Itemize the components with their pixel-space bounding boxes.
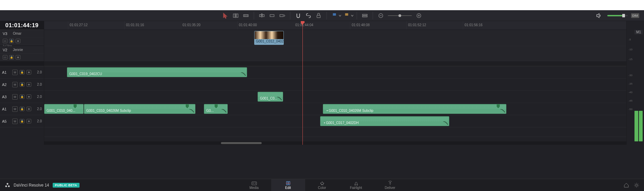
track-label: A2	[2, 83, 10, 87]
page-deliver[interactable]: Deliver	[373, 179, 407, 191]
meter-label: M1	[634, 30, 643, 34]
lock-icon[interactable]: 🔒	[9, 39, 14, 43]
timeline-area[interactable]: 01:01:27:12 01:01:31:16 01:01:35:20 01:0…	[44, 21, 626, 145]
mute-button[interactable]: M	[12, 106, 18, 112]
track-row-a5[interactable]: • G001_C017_0402DH	[44, 115, 626, 127]
home-icon[interactable]	[624, 183, 629, 188]
snap-toggle[interactable]	[293, 12, 303, 20]
mute-button[interactable]: M	[12, 94, 18, 100]
page-navigation: DaVinci Resolve 14 PUBLIC BETA Media Edi…	[0, 179, 644, 191]
zoom-out[interactable]	[376, 12, 386, 20]
selection-tool[interactable]	[220, 12, 230, 20]
track-label: A1	[2, 107, 10, 111]
svg-rect-11	[317, 15, 320, 18]
audio-clip[interactable]: • G001_C017_0402DH	[320, 116, 449, 126]
lock-icon[interactable]: 🔒	[20, 94, 24, 99]
zoom-slider[interactable]	[388, 15, 412, 16]
track-display-icon[interactable]: ▭	[3, 39, 7, 43]
blade-tool[interactable]	[241, 12, 251, 20]
audio-clip[interactable]: G0...	[204, 104, 228, 114]
marker-icon[interactable]	[497, 104, 500, 108]
track-row-a1[interactable]: G001_C019_0402CU	[44, 66, 626, 79]
scrollbar-horizontal[interactable]	[44, 141, 626, 145]
channel-value: 2.0	[37, 95, 42, 99]
lock-icon[interactable]: 🔒	[9, 55, 14, 59]
marker-icon[interactable]	[214, 104, 218, 108]
lock-icon[interactable]: 🔒	[20, 107, 24, 111]
audio-clip[interactable]: • G001_C010_04026M Subclip	[323, 104, 506, 114]
timeline-panel: 01:01:44:19 V3 Omar ▭ 🔒 ◈ 3 Clips V2 Jen…	[0, 21, 644, 145]
lock-icon[interactable]: 🔒	[20, 82, 24, 87]
track-row-v2[interactable]	[44, 46, 626, 61]
svg-point-24	[255, 183, 256, 184]
edit-toolbar: DIM	[0, 10, 644, 21]
insert-clip[interactable]	[257, 12, 267, 20]
mute-toggle[interactable]	[594, 12, 604, 20]
track-row-a2[interactable]	[44, 79, 626, 91]
clip-label: G001_C010_04026M Subclip	[329, 109, 373, 112]
page-edit[interactable]: Edit	[271, 179, 305, 191]
autoselect-icon[interactable]: ◈	[27, 119, 31, 123]
track-v3-header[interactable]: V3 Omar	[0, 30, 44, 37]
track-a5-header[interactable]: A5 M 🔒 ◈ 2.0	[0, 115, 44, 127]
autoselect-icon[interactable]: ◈	[16, 39, 20, 43]
zoom-in[interactable]	[414, 12, 424, 20]
flag-yellow[interactable]	[342, 12, 352, 20]
dim-button[interactable]: DIM	[631, 13, 640, 18]
track-a3-header[interactable]: A3 M 🔒 ◈ 2.0	[0, 91, 44, 103]
svg-point-32	[322, 184, 323, 185]
mute-button[interactable]: M	[12, 82, 18, 87]
track-display-icon[interactable]: ▭	[3, 55, 7, 59]
audio-clip[interactable]: G001_C010_040...	[44, 104, 84, 114]
audio-clip[interactable]: G001_C0...	[258, 92, 283, 102]
volume-slider[interactable]	[607, 15, 628, 16]
autoselect-icon[interactable]: ◈	[16, 55, 20, 59]
playhead[interactable]	[302, 21, 303, 145]
ruler-tick: 01:01:48:08	[352, 23, 370, 27]
channel-value: 2.0	[37, 107, 42, 111]
svg-point-21	[8, 185, 10, 187]
track-a1-header[interactable]: A1 M 🔒 ◈ 2.0	[0, 66, 44, 79]
page-color[interactable]: Color	[305, 179, 339, 191]
overwrite-clip[interactable]	[267, 12, 277, 20]
autoselect-icon[interactable]: ◈	[27, 94, 31, 99]
mute-button[interactable]: M	[12, 119, 18, 124]
link-toggle[interactable]	[303, 12, 313, 20]
page-media[interactable]: Media	[237, 179, 271, 191]
clip-label: G001_C010_040...	[45, 108, 83, 113]
marker-icon[interactable]	[186, 104, 189, 108]
flag-blue[interactable]	[329, 12, 340, 20]
ruler-tick: 01:01:44:04	[295, 23, 313, 27]
settings-icon[interactable]	[634, 183, 639, 188]
svg-rect-12	[362, 14, 367, 15]
audio-clip[interactable]: G001_C019_0402CU	[67, 67, 247, 77]
trim-tool[interactable]	[230, 12, 241, 20]
lock-toggle[interactable]	[313, 12, 324, 20]
ruler-tick: 01:01:56:16	[465, 23, 483, 27]
timeline-ruler[interactable]: 01:01:27:12 01:01:31:16 01:01:35:20 01:0…	[44, 21, 626, 30]
track-row-a3[interactable]: G001_C0...	[44, 91, 626, 103]
svg-rect-1	[236, 14, 238, 17]
track-v2-header[interactable]: V2 Jennie	[0, 46, 44, 54]
beta-badge: PUBLIC BETA	[53, 183, 80, 188]
marker-icon[interactable]	[73, 104, 77, 108]
replace-clip[interactable]	[277, 12, 287, 20]
page-fairlight[interactable]: Fairlight	[339, 179, 373, 191]
track-a2-header[interactable]: A2 M 🔒 ◈ 2.0	[0, 79, 44, 91]
video-clip[interactable]: G001_C012_0402...	[254, 31, 284, 45]
timecode-display[interactable]: 01:01:44:19	[0, 21, 44, 30]
lock-icon[interactable]: 🔒	[20, 70, 24, 74]
lock-icon[interactable]: 🔒	[20, 119, 24, 123]
fade-icon	[277, 97, 282, 100]
autoselect-icon[interactable]: ◈	[27, 107, 31, 111]
autoselect-icon[interactable]: ◈	[27, 70, 31, 74]
scrollbar-thumb[interactable]	[221, 142, 262, 144]
track-row-v3[interactable]: G001_C012_0402...	[44, 30, 626, 46]
track-row-a1b[interactable]: G001_C010_040... G001_C010_04026M Subcli…	[44, 103, 626, 115]
clip-label: G001_C019_0402CU	[68, 72, 247, 76]
mute-button[interactable]: M	[12, 70, 18, 75]
timeline-view-options[interactable]	[360, 12, 370, 20]
track-a1b-header[interactable]: A1 M 🔒 ◈ 2.0	[0, 103, 44, 115]
autoselect-icon[interactable]: ◈	[27, 82, 31, 87]
audio-clip[interactable]: G001_C010_04026M Subclip	[84, 104, 195, 114]
